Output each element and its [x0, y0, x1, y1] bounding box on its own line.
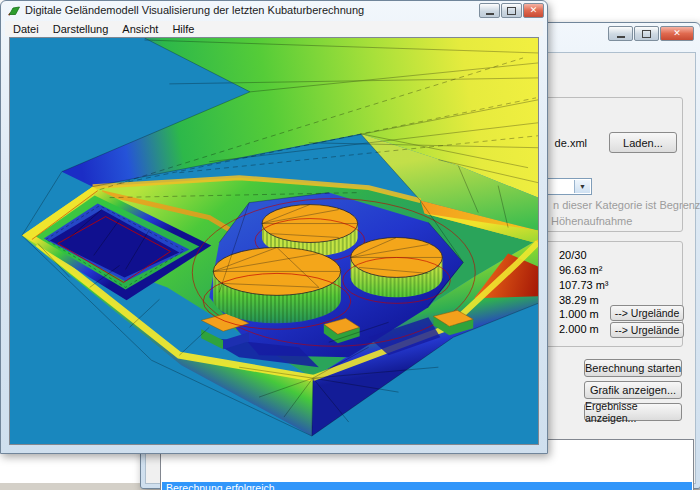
log-selected-row[interactable]: Berechnung erfolgreich — [162, 482, 692, 490]
visualization-window[interactable]: Digitale Geländemodell Visualisierung de… — [0, 0, 548, 454]
terrain-3d-scene — [10, 38, 538, 444]
result-offset-1: 1.000 m — [559, 308, 599, 320]
minimize-icon — [617, 33, 625, 38]
minimize-button[interactable] — [479, 3, 500, 18]
menubar: Datei Darstellung Ansicht Hilfe — [5, 21, 543, 36]
menu-darstellung[interactable]: Darstellung — [53, 23, 109, 35]
urgelaende-button-1[interactable]: --> Urgelände — [610, 305, 684, 321]
menu-ansicht[interactable]: Ansicht — [122, 23, 158, 35]
maximize-icon — [507, 7, 516, 15]
close-button[interactable]: ✕ — [660, 26, 694, 41]
result-area: 96.63 m² — [559, 264, 602, 276]
app-icon — [7, 5, 21, 19]
show-graphic-button[interactable]: Grafik anzeigen... — [584, 381, 682, 399]
hint-text-2: Höhenaufnahme — [551, 215, 632, 227]
hint-text-1: n dieser Kategorie ist Begrenzung — [553, 199, 700, 211]
result-volume: 107.73 m³ — [559, 279, 609, 291]
minimize-button[interactable] — [608, 26, 633, 41]
terrain-3d-viewport[interactable] — [9, 37, 539, 445]
maximize-button[interactable] — [501, 3, 522, 18]
urgelaende-button-2[interactable]: --> Urgelände — [610, 322, 684, 338]
close-icon: ✕ — [673, 29, 681, 38]
show-results-button[interactable]: Ergebnisse anzeigen... — [584, 403, 682, 421]
result-points: 20/30 — [559, 249, 587, 261]
window-title: Digitale Geländemodell Visualisierung de… — [25, 4, 364, 16]
menu-hilfe[interactable]: Hilfe — [172, 23, 194, 35]
chevron-down-icon[interactable]: ▼ — [574, 180, 590, 193]
result-length: 38.29 m — [559, 294, 599, 306]
maximize-icon — [642, 30, 651, 38]
visualization-window-titlebar[interactable]: Digitale Geländemodell Visualisierung de… — [1, 1, 547, 21]
minimize-icon — [486, 10, 494, 15]
start-calculation-button[interactable]: Berechnung starten — [584, 359, 682, 377]
load-button[interactable]: Laden... — [609, 132, 677, 153]
menu-datei[interactable]: Datei — [13, 23, 39, 35]
maximize-button[interactable] — [634, 26, 659, 41]
result-offset-2: 2.000 m — [559, 323, 599, 335]
close-button[interactable]: ✕ — [523, 3, 544, 18]
close-icon: ✕ — [530, 6, 538, 15]
